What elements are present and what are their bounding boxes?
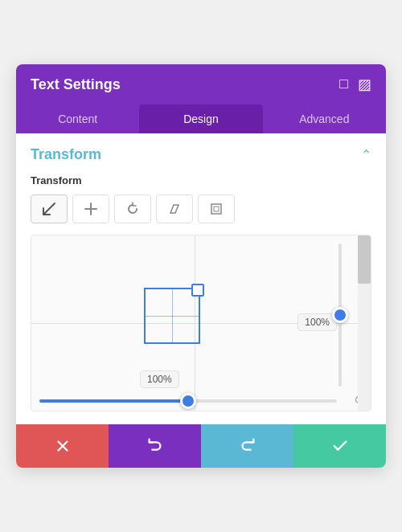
section-title: Transform bbox=[31, 146, 101, 163]
transform-btn-scale[interactable] bbox=[198, 194, 235, 223]
tabs: Content Design Advanced bbox=[16, 104, 386, 133]
transform-btn-translate[interactable] bbox=[72, 194, 109, 223]
transform-object[interactable] bbox=[144, 288, 200, 344]
tab-advanced[interactable]: Advanced bbox=[263, 104, 386, 133]
horizontal-slider-track[interactable] bbox=[39, 399, 337, 403]
resize-handle[interactable] bbox=[191, 284, 204, 297]
svg-rect-5 bbox=[214, 207, 219, 211]
redo-button[interactable] bbox=[201, 424, 293, 468]
tab-design[interactable]: Design bbox=[139, 104, 262, 133]
horizontal-value-label: 100% bbox=[140, 370, 179, 388]
body: Transform ⌃ Transform bbox=[16, 133, 386, 411]
confirm-button[interactable] bbox=[293, 424, 386, 468]
canvas-inner: 100% bbox=[31, 235, 358, 411]
scrollbar[interactable] bbox=[358, 235, 371, 411]
transform-btn-move[interactable] bbox=[31, 194, 68, 223]
svg-marker-3 bbox=[170, 205, 178, 213]
scrollbar-thumb[interactable] bbox=[358, 235, 371, 284]
transform-buttons bbox=[31, 194, 371, 223]
cancel-button[interactable] bbox=[16, 424, 109, 468]
header: Text Settings □ ▨ bbox=[16, 64, 386, 104]
vertical-slider-track bbox=[338, 243, 342, 387]
fullscreen-icon[interactable]: □ bbox=[339, 76, 348, 93]
horizontal-slider-thumb[interactable] bbox=[180, 393, 196, 409]
chevron-up-icon[interactable]: ⌃ bbox=[361, 147, 371, 162]
header-icons: □ ▨ bbox=[339, 76, 371, 93]
svg-line-0 bbox=[43, 203, 55, 215]
transform-btn-rotate[interactable] bbox=[114, 194, 151, 223]
transform-btn-skew[interactable] bbox=[156, 194, 193, 223]
undo-button[interactable] bbox=[109, 424, 201, 468]
panel-title: Text Settings bbox=[31, 76, 121, 93]
columns-icon[interactable]: ▨ bbox=[358, 76, 371, 93]
bottom-toolbar bbox=[16, 424, 386, 468]
horizontal-slider-container bbox=[39, 399, 337, 403]
transform-label: Transform bbox=[31, 174, 371, 186]
panel: Text Settings □ ▨ Content Design Advance… bbox=[16, 64, 386, 468]
svg-rect-4 bbox=[211, 204, 221, 214]
vertical-slider-thumb[interactable] bbox=[332, 307, 348, 323]
vertical-slider[interactable] bbox=[338, 243, 342, 387]
section-header: Transform ⌃ bbox=[31, 146, 371, 163]
tab-content[interactable]: Content bbox=[16, 104, 139, 133]
vertical-value-label: 100% bbox=[297, 313, 337, 331]
canvas-wrapper: 100% bbox=[31, 235, 371, 411]
horizontal-slider-fill bbox=[39, 399, 188, 403]
